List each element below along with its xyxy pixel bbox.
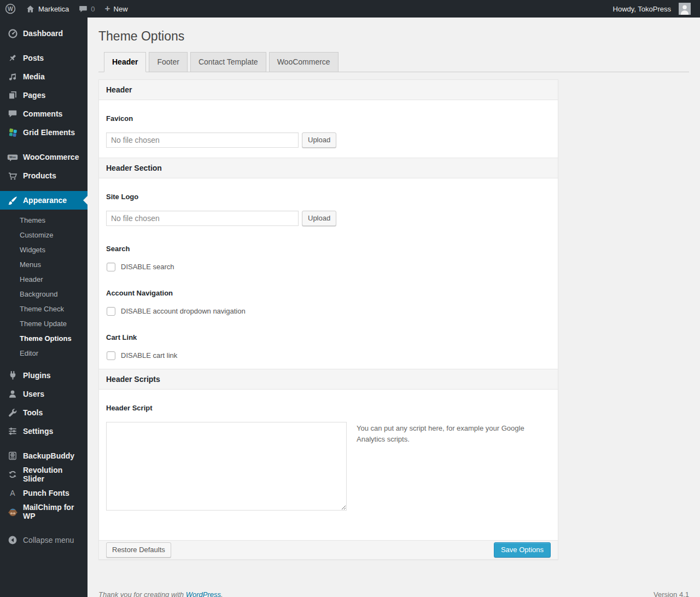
credit-prefix: Thank you for creating with bbox=[98, 590, 186, 597]
menu-separator bbox=[0, 521, 88, 531]
comments-count: 0 bbox=[91, 5, 95, 13]
site-logo-upload-button[interactable]: Upload bbox=[302, 211, 336, 226]
account-menu[interactable]: Howdy, TokoPress bbox=[608, 0, 696, 18]
svg-text:Woo: Woo bbox=[9, 155, 16, 159]
sidebar-item-label: Products bbox=[23, 171, 56, 180]
sidebar-item-label: Tools bbox=[23, 408, 43, 417]
sidebar-item-label: Collapse menu bbox=[23, 536, 74, 544]
sidebar-item-tools[interactable]: Tools bbox=[0, 403, 88, 422]
sidebar-item-appearance[interactable]: Appearance bbox=[0, 191, 88, 210]
submenu-item-theme-check[interactable]: Theme Check bbox=[0, 302, 88, 316]
sidebar-item-plugins[interactable]: Plugins bbox=[0, 366, 88, 385]
sidebar-item-label: Appearance bbox=[23, 196, 67, 205]
admin-bar: W Marketica 0 + New Howdy, TokoPress bbox=[0, 0, 700, 18]
sidebar-item-label: Grid Elements bbox=[23, 128, 75, 137]
panel-body: HeaderFaviconUploadHeader SectionSite Lo… bbox=[99, 80, 558, 540]
sidebar-item-products[interactable]: Products bbox=[0, 166, 88, 185]
sidebar-item-label: Dashboard bbox=[23, 29, 63, 38]
cart-link-checkbox[interactable] bbox=[107, 351, 115, 360]
dashboard-icon bbox=[7, 28, 18, 39]
sidebar-item-punch-fonts[interactable]: APunch Fonts bbox=[0, 484, 88, 502]
sidebar-item-label: WooCommerce bbox=[23, 153, 79, 161]
sidebar-item-mailchimp[interactable]: MailChimp for WP bbox=[0, 502, 88, 521]
submenu-item-themes[interactable]: Themes bbox=[0, 213, 88, 228]
sidebar-item-revolution-slider[interactable]: Revolution Slider bbox=[0, 465, 88, 484]
submenu-item-widgets[interactable]: Widgets bbox=[0, 242, 88, 257]
main-content: Theme Options HeaderFooterContact Templa… bbox=[88, 0, 700, 597]
sidebar-item-collapse-menu[interactable]: Collapse menu bbox=[0, 531, 88, 549]
backup-icon bbox=[7, 450, 18, 461]
sidebar-item-grid-elements[interactable]: Grid Elements bbox=[0, 123, 88, 142]
favicon-upload-button[interactable]: Upload bbox=[302, 132, 336, 148]
menu-separator bbox=[0, 43, 88, 49]
site-link[interactable]: Marketica bbox=[21, 0, 74, 18]
wordpress-menu[interactable]: W bbox=[0, 0, 21, 18]
submenu-item-menus[interactable]: Menus bbox=[0, 257, 88, 272]
submenu-item-editor[interactable]: Editor bbox=[0, 346, 88, 361]
field-label: Account Navigation bbox=[106, 289, 551, 297]
new-menu[interactable]: + New bbox=[100, 0, 133, 18]
tab-contact-template[interactable]: Contact Template bbox=[190, 52, 266, 72]
cart-link-field: Cart LinkDISABLE cart link bbox=[99, 324, 558, 369]
sidebar-item-woocommerce[interactable]: WooWooCommerce bbox=[0, 148, 88, 166]
admin-sidebar-menu: DashboardPostsMediaPagesCommentsGrid Ele… bbox=[0, 18, 88, 597]
submenu-item-background[interactable]: Background bbox=[0, 287, 88, 302]
sidebar-item-media[interactable]: Media bbox=[0, 67, 88, 86]
footer-credit: Thank you for creating with WordPress. bbox=[98, 590, 223, 597]
comments-icon bbox=[7, 108, 18, 119]
pin-icon bbox=[7, 53, 18, 63]
section-title-header-scripts: Header Scripts bbox=[99, 369, 558, 390]
sidebar-item-label: Pages bbox=[23, 91, 45, 100]
plus-icon: + bbox=[105, 4, 110, 13]
sidebar-item-posts[interactable]: Posts bbox=[0, 49, 88, 67]
header-script-textarea[interactable] bbox=[106, 422, 347, 511]
field-label: Cart Link bbox=[106, 333, 551, 341]
grid-elements-icon bbox=[7, 127, 18, 138]
wrench-icon bbox=[7, 407, 18, 418]
account-navigation-checkbox[interactable] bbox=[107, 307, 115, 316]
pages-icon bbox=[7, 90, 18, 101]
checkbox-label: DISABLE account dropdown navigation bbox=[121, 307, 246, 315]
mailchimp-icon bbox=[7, 506, 18, 517]
settings-icon bbox=[7, 426, 18, 437]
submenu-item-customize[interactable]: Customize bbox=[0, 228, 88, 242]
sidebar-item-backupbuddy[interactable]: BackupBuddy bbox=[0, 447, 88, 465]
wordpress-link[interactable]: WordPress bbox=[186, 590, 221, 597]
submenu-item-header[interactable]: Header bbox=[0, 272, 88, 287]
comment-bubble-icon bbox=[79, 5, 88, 13]
restore-defaults-button[interactable]: Restore Defaults bbox=[106, 542, 171, 558]
section-title-header-section: Header Section bbox=[99, 158, 558, 178]
site-logo-file-input[interactable] bbox=[106, 211, 299, 226]
appearance-icon bbox=[7, 195, 18, 206]
sync-icon bbox=[7, 469, 18, 480]
comments-shortcut[interactable]: 0 bbox=[74, 0, 100, 18]
submenu-item-theme-update[interactable]: Theme Update bbox=[0, 316, 88, 331]
sidebar-item-settings[interactable]: Settings bbox=[0, 422, 88, 440]
credit-suffix: . bbox=[221, 590, 223, 597]
search-checkbox[interactable] bbox=[107, 263, 115, 271]
sidebar-item-label: Users bbox=[23, 390, 44, 398]
home-icon bbox=[26, 4, 35, 14]
menu-separator bbox=[0, 185, 88, 191]
sidebar-item-label: Punch Fonts bbox=[23, 489, 69, 497]
sidebar-item-dashboard[interactable]: Dashboard bbox=[0, 24, 88, 43]
save-options-button[interactable]: Save Options bbox=[494, 542, 551, 558]
tab-footer[interactable]: Footer bbox=[149, 52, 187, 72]
sidebar-item-users[interactable]: Users bbox=[0, 385, 88, 403]
woocommerce-icon: Woo bbox=[7, 152, 18, 163]
menu-separator bbox=[0, 440, 88, 447]
new-label: New bbox=[114, 5, 128, 13]
field-label: Search bbox=[106, 245, 551, 253]
tab-bar: HeaderFooterContact TemplateWooCommerce bbox=[98, 52, 689, 72]
plugin-icon bbox=[7, 370, 18, 381]
sidebar-item-comments[interactable]: Comments bbox=[0, 105, 88, 123]
tab-header[interactable]: Header bbox=[104, 52, 146, 72]
appearance-submenu: ThemesCustomizeWidgetsMenusHeaderBackgro… bbox=[0, 210, 88, 366]
submenu-item-theme-options[interactable]: Theme Options bbox=[0, 331, 88, 346]
tab-woocommerce[interactable]: WooCommerce bbox=[269, 52, 339, 72]
favicon-file-input[interactable] bbox=[106, 132, 299, 148]
howdy-text: Howdy, TokoPress bbox=[613, 5, 671, 13]
sidebar-item-pages[interactable]: Pages bbox=[0, 86, 88, 105]
sidebar-item-label: BackupBuddy bbox=[23, 451, 74, 460]
field-label: Header Script bbox=[106, 404, 551, 412]
